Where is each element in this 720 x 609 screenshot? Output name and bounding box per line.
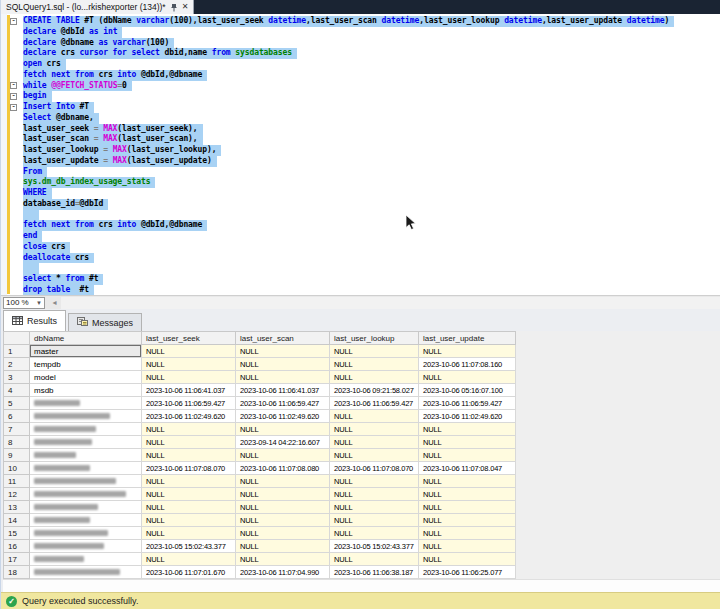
grid-cell[interactable]: NULL	[330, 449, 419, 462]
column-header[interactable]: dbName	[30, 332, 142, 345]
column-header[interactable]: last_user_scan	[236, 332, 330, 345]
grid-cell[interactable]: NULL	[142, 514, 236, 527]
grid-cell[interactable]: NULL	[142, 475, 236, 488]
grid-cell[interactable]: 2023-10-06 11:06:59.427	[142, 397, 236, 410]
grid-cell-dbname[interactable]	[30, 501, 142, 514]
grid-cell[interactable]: NULL	[330, 436, 419, 449]
row-header[interactable]: 16	[4, 540, 30, 553]
grid-cell[interactable]: NULL	[142, 553, 236, 566]
row-header[interactable]: 7	[4, 423, 30, 436]
code-line[interactable]: From	[1, 167, 720, 178]
grid-cell-dbname[interactable]	[30, 488, 142, 501]
grid-cell-dbname[interactable]	[30, 475, 142, 488]
grid-cell[interactable]: NULL	[236, 488, 330, 501]
fold-collapse-icon[interactable]: -	[10, 93, 17, 100]
grid-cell[interactable]: NULL	[419, 436, 516, 449]
code-line[interactable]: select * from #t	[1, 274, 720, 285]
grid-cell-dbname[interactable]	[30, 540, 142, 553]
grid-cell[interactable]: NULL	[330, 423, 419, 436]
row-header[interactable]: 14	[4, 514, 30, 527]
row-header[interactable]: 8	[4, 436, 30, 449]
row-header[interactable]: 17	[4, 553, 30, 566]
code-line[interactable]: last_user_scan = MAX(last_user_scan),	[1, 134, 720, 145]
code-line[interactable]: WHERE	[1, 188, 720, 199]
code-line[interactable]: declare @dbname as varchar(100)	[1, 38, 720, 49]
tab-results[interactable]: Results	[3, 310, 66, 331]
row-header[interactable]: 9	[4, 449, 30, 462]
row-header[interactable]: 12	[4, 488, 30, 501]
grid-cell[interactable]: NULL	[142, 501, 236, 514]
grid-cell[interactable]: NULL	[330, 410, 419, 423]
close-icon[interactable]: ✕	[182, 3, 189, 11]
grid-cell-dbname[interactable]	[30, 436, 142, 449]
grid-cell-dbname[interactable]	[30, 462, 142, 475]
code-line[interactable]: Select @dbname,	[1, 113, 720, 124]
code-line[interactable]: open crs	[1, 59, 720, 70]
fold-collapse-icon[interactable]: -	[10, 82, 17, 89]
grid-cell[interactable]: NULL	[330, 553, 419, 566]
grid-cell-dbname[interactable]	[30, 397, 142, 410]
grid-cell[interactable]: NULL	[419, 345, 516, 358]
code-line[interactable]: fetch next from crs into @dbId,@dbname	[1, 70, 720, 81]
code-line[interactable]: drop table #t	[1, 285, 720, 296]
grid-cell[interactable]: 2023-10-06 11:06:38.187	[330, 566, 419, 579]
code-line[interactable]: declare @dbId as int	[1, 27, 720, 38]
grid-cell-dbname[interactable]: tempdb	[30, 358, 142, 371]
grid-cell[interactable]: 2023-10-06 11:02:49.620	[142, 410, 236, 423]
grid-cell[interactable]: 2023-10-06 11:07:04.990	[236, 566, 330, 579]
code-line[interactable]: last_user_update = MAX(last_user_update)	[1, 156, 720, 167]
grid-cell[interactable]: NULL	[419, 527, 516, 540]
corner-header[interactable]	[4, 332, 30, 345]
grid-cell[interactable]: NULL	[236, 514, 330, 527]
grid-cell[interactable]: NULL	[236, 345, 330, 358]
grid-cell[interactable]: 2023-10-06 11:02:49.620	[236, 410, 330, 423]
grid-cell[interactable]: 2023-10-06 09:21:58.027	[330, 384, 419, 397]
grid-cell[interactable]: NULL	[236, 527, 330, 540]
grid-cell-dbname[interactable]	[30, 566, 142, 579]
code-line[interactable]: declare crs cursor for select dbid,name …	[1, 48, 720, 59]
grid-cell[interactable]: NULL	[142, 488, 236, 501]
grid-cell[interactable]: NULL	[330, 527, 419, 540]
grid-cell-dbname[interactable]	[30, 423, 142, 436]
grid-cell[interactable]: 2023-10-06 11:06:25.077	[419, 566, 516, 579]
grid-cell[interactable]: NULL	[236, 358, 330, 371]
grid-cell[interactable]: NULL	[330, 514, 419, 527]
column-header[interactable]: last_user_update	[419, 332, 516, 345]
code-line[interactable]: last_user_seek = MAX(last_user_seek),	[1, 124, 720, 135]
code-line[interactable]: deallocate crs	[1, 253, 720, 264]
row-header[interactable]: 10	[4, 462, 30, 475]
code-line[interactable]: close crs	[1, 242, 720, 253]
row-header[interactable]: 6	[4, 410, 30, 423]
grid-cell[interactable]: NULL	[236, 475, 330, 488]
grid-cell[interactable]: NULL	[330, 475, 419, 488]
grid-cell[interactable]: 2023-10-06 11:06:41.037	[236, 384, 330, 397]
grid-cell-dbname[interactable]	[30, 553, 142, 566]
row-header[interactable]: 13	[4, 501, 30, 514]
grid-cell[interactable]: NULL	[142, 527, 236, 540]
scroll-left-button[interactable]: ◂	[48, 297, 61, 309]
zoom-dropdown[interactable]: 100 % ▼	[3, 297, 45, 309]
row-header[interactable]: 18	[4, 566, 30, 579]
sql-editor[interactable]: -CREATE TABLE #T (dbName varchar(100),la…	[1, 14, 720, 295]
code-line[interactable]: -while @@FETCH_STATUS=0	[1, 81, 720, 92]
column-header[interactable]: last_user_seek	[142, 332, 236, 345]
grid-cell[interactable]: 2023-10-06 11:07:08.160	[419, 358, 516, 371]
grid-cell[interactable]: 2023-09-14 04:22:16.607	[236, 436, 330, 449]
grid-cell[interactable]: NULL	[330, 358, 419, 371]
code-area[interactable]: -CREATE TABLE #T (dbName varchar(100),la…	[1, 16, 720, 296]
grid-cell[interactable]: 2023-10-06 11:07:08.070	[330, 462, 419, 475]
grid-cell[interactable]: NULL	[419, 514, 516, 527]
code-line[interactable]: end	[1, 231, 720, 242]
grid-cell[interactable]: NULL	[330, 501, 419, 514]
grid-cell[interactable]: 2023-10-06 11:07:08.070	[142, 462, 236, 475]
row-header[interactable]: 5	[4, 397, 30, 410]
code-line[interactable]: -CREATE TABLE #T (dbName varchar(100),la…	[1, 16, 720, 27]
grid-cell[interactable]: NULL	[330, 488, 419, 501]
grid-cell[interactable]: NULL	[142, 436, 236, 449]
grid-cell-dbname[interactable]	[30, 514, 142, 527]
results-table[interactable]: dbNamelast_user_seeklast_user_scanlast_u…	[3, 331, 516, 579]
grid-cell[interactable]: NULL	[236, 423, 330, 436]
fold-collapse-icon[interactable]: -	[10, 104, 17, 111]
grid-cell-dbname[interactable]: master	[30, 345, 142, 358]
grid-cell[interactable]: NULL	[142, 423, 236, 436]
